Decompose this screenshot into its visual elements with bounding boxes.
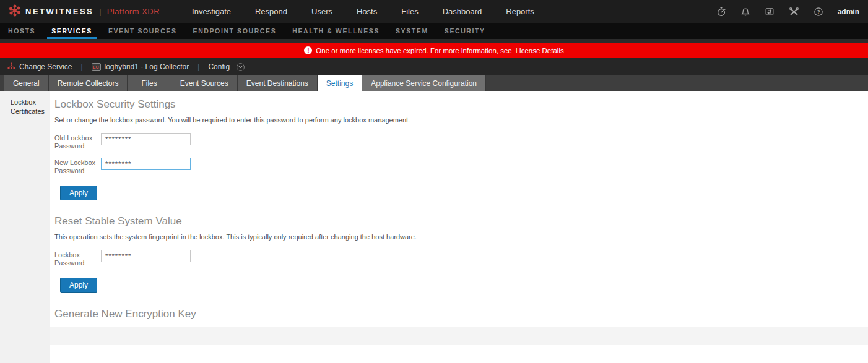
tab-remote-collectors[interactable]: Remote Collectors bbox=[49, 75, 128, 91]
old-lockbox-password-input[interactable] bbox=[101, 133, 191, 145]
license-expired-banner: ! One or more licenses have expired. For… bbox=[0, 43, 868, 58]
brand[interactable]: NETWITNESS | Platform XDR bbox=[9, 4, 160, 19]
jobs-icon[interactable] bbox=[765, 7, 775, 17]
old-password-label: Old Lockbox Password bbox=[54, 133, 101, 150]
admin-sub-nav: HOSTS SERVICES EVENT SOURCES ENDPOINT SO… bbox=[0, 23, 868, 39]
view-label: Config bbox=[208, 62, 230, 71]
help-icon[interactable]: ? bbox=[814, 7, 823, 17]
tab-general[interactable]: General bbox=[4, 75, 49, 91]
section-title: Lockbox Security Settings bbox=[54, 98, 868, 111]
nav-dashboard[interactable]: Dashboard bbox=[443, 7, 482, 16]
nav-files[interactable]: Files bbox=[401, 7, 418, 16]
tab-event-destinations[interactable]: Event Destinations bbox=[238, 75, 318, 91]
primary-nav: Investigate Respond Users Hosts Files Da… bbox=[192, 7, 534, 16]
lockbox-password-form: Old Lockbox Password New Lockbox Passwor… bbox=[54, 133, 868, 200]
subnav-system[interactable]: SYSTEM bbox=[388, 23, 436, 39]
svg-text:?: ? bbox=[817, 9, 820, 15]
apply-lockbox-password-button[interactable]: Apply bbox=[60, 186, 97, 200]
lockbox-password-label: Lockbox Password bbox=[54, 250, 101, 267]
nav-investigate[interactable]: Investigate bbox=[192, 7, 231, 16]
license-details-link[interactable]: License Details bbox=[516, 47, 564, 54]
lockbox-settings-panel: Lockbox Security Settings Set or change … bbox=[50, 91, 868, 327]
change-service-button[interactable]: Change Service bbox=[7, 62, 72, 72]
log-collector-badge: LC bbox=[92, 63, 101, 71]
main-column: Lockbox Security Settings Set or change … bbox=[50, 91, 868, 363]
tab-appliance-service-configuration[interactable]: Appliance Service Configuration bbox=[362, 75, 486, 91]
apply-reset-system-button[interactable]: Apply bbox=[60, 278, 97, 293]
netwitness-app: NETWITNESS | Platform XDR Investigate Re… bbox=[0, 0, 868, 363]
tab-event-sources[interactable]: Event Sources bbox=[171, 75, 238, 91]
breadcrumb-separator: | bbox=[197, 62, 199, 71]
lockbox-password-row: Lockbox Password bbox=[54, 250, 868, 267]
service-selector[interactable]: LC loghybrid1 - Log Collector bbox=[92, 62, 189, 71]
banner-text: One or more licenses have expired. For m… bbox=[316, 47, 511, 54]
section-title: Reset Stable System Value bbox=[54, 215, 868, 228]
nav-users[interactable]: Users bbox=[311, 7, 332, 16]
new-password-row: New Lockbox Password bbox=[54, 158, 868, 175]
sidebar-item-lockbox[interactable]: Lockbox bbox=[11, 98, 47, 107]
nav-hosts[interactable]: Hosts bbox=[357, 7, 377, 16]
subnav-endpoint-sources[interactable]: ENDPOINT SOURCES bbox=[185, 23, 285, 39]
tools-icon[interactable] bbox=[789, 7, 799, 17]
section-generate-encryption-key: Generate New Encryption Key Generates a … bbox=[54, 307, 868, 327]
tab-settings[interactable]: Settings bbox=[318, 75, 362, 91]
section-title: Generate New Encryption Key bbox=[54, 307, 868, 321]
view-selector[interactable]: Config bbox=[208, 62, 245, 71]
subnav-security[interactable]: SECURITY bbox=[436, 23, 493, 39]
change-service-label: Change Service bbox=[19, 62, 72, 71]
nav-respond[interactable]: Respond bbox=[255, 7, 287, 16]
subnav-hosts[interactable]: HOSTS bbox=[0, 23, 43, 39]
top-right-actions: ? admin bbox=[716, 7, 859, 17]
tab-files[interactable]: Files bbox=[128, 75, 171, 91]
subnav-services[interactable]: SERVICES bbox=[43, 23, 100, 39]
section-description: Set or change the lockbox password. You … bbox=[54, 116, 868, 124]
user-menu[interactable]: admin bbox=[838, 7, 859, 16]
settings-sidebar: Lockbox Certificates bbox=[0, 91, 50, 363]
netwitness-logo-icon bbox=[9, 4, 21, 19]
subnav-event-sources[interactable]: EVENT SOURCES bbox=[100, 23, 185, 39]
sidebar-item-certificates[interactable]: Certificates bbox=[11, 107, 47, 116]
subnav-health-wellness[interactable]: HEALTH & WELLNESS bbox=[284, 23, 388, 39]
section-reset-stable-system-value: Reset Stable System Value This operation… bbox=[54, 215, 868, 293]
section-lockbox-security: Lockbox Security Settings Set or change … bbox=[54, 98, 868, 200]
page-background bbox=[50, 345, 868, 363]
chevron-down-icon bbox=[237, 63, 245, 71]
service-breadcrumb-bar: Change Service | LC loghybrid1 - Log Col… bbox=[0, 58, 868, 75]
section-description: This operation sets the system fingerpri… bbox=[54, 233, 868, 241]
reset-system-form: Lockbox Password Apply bbox=[54, 250, 868, 293]
service-name: loghybrid1 - Log Collector bbox=[105, 62, 189, 71]
change-service-icon bbox=[7, 62, 15, 72]
settings-content: Lockbox Certificates Lockbox Security Se… bbox=[0, 91, 868, 363]
old-password-row: Old Lockbox Password bbox=[54, 133, 868, 150]
new-lockbox-password-input[interactable] bbox=[101, 158, 191, 170]
panel-footer-band bbox=[50, 327, 868, 345]
brand-suffix: Platform XDR bbox=[107, 7, 160, 16]
reset-lockbox-password-input[interactable] bbox=[101, 250, 191, 262]
new-password-label: New Lockbox Password bbox=[54, 158, 101, 175]
top-bar: NETWITNESS | Platform XDR Investigate Re… bbox=[0, 0, 868, 23]
warning-icon: ! bbox=[304, 46, 312, 54]
timer-icon[interactable] bbox=[716, 7, 726, 17]
brand-separator: | bbox=[99, 7, 101, 16]
nav-reports[interactable]: Reports bbox=[506, 7, 534, 16]
breadcrumb-separator: | bbox=[80, 62, 82, 71]
config-tab-bar: General Remote Collectors Files Event So… bbox=[0, 75, 868, 91]
brand-name: NETWITNESS bbox=[25, 7, 93, 16]
notifications-bell-icon[interactable] bbox=[740, 7, 750, 17]
